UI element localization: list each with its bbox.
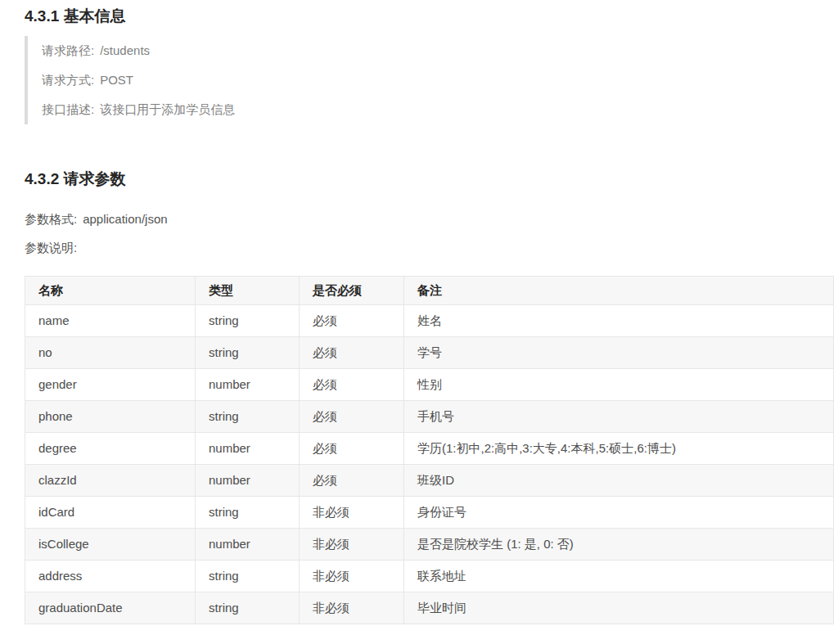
cell-name: phone <box>25 401 196 433</box>
cell-name: clazzId <box>25 465 196 497</box>
cell-name: gender <box>25 369 196 401</box>
param-desc-label: 参数说明: <box>25 240 834 256</box>
table-row: addressstring非必须联系地址 <box>25 561 834 592</box>
column-header-name: 名称 <box>25 277 196 305</box>
section-title-basic-info: 4.3.1 基本信息 <box>25 5 834 27</box>
cell-remark: 身份证号 <box>404 497 834 529</box>
basic-info-value: /students <box>100 43 150 57</box>
cell-name: address <box>25 561 196 592</box>
cell-name: isCollege <box>25 529 196 561</box>
cell-name: idCard <box>25 497 196 529</box>
cell-name: graduationDate <box>25 592 196 624</box>
cell-required: 必须 <box>300 465 404 497</box>
param-format-line: 参数格式:application/json <box>25 211 834 227</box>
cell-name: degree <box>25 433 196 465</box>
cell-remark: 毕业时间 <box>404 592 834 624</box>
param-format-value: application/json <box>83 212 167 226</box>
cell-type: string <box>196 337 300 369</box>
cell-remark: 学号 <box>404 337 834 369</box>
cell-type: string <box>196 592 300 624</box>
cell-remark: 学历(1:初中,2:高中,3:大专,4:本科,5:硕士,6:博士) <box>404 433 834 465</box>
cell-remark: 性别 <box>404 369 834 401</box>
table-row: degreenumber必须学历(1:初中,2:高中,3:大专,4:本科,5:硕… <box>25 433 834 465</box>
cell-remark: 是否是院校学生 (1: 是, 0: 否) <box>404 529 834 561</box>
cell-type: string <box>196 305 300 337</box>
api-doc-page: 4.3.1 基本信息 请求路径:/students请求方式:POST接口描述:该… <box>0 5 838 624</box>
cell-name: no <box>25 337 196 369</box>
cell-type: string <box>196 401 300 433</box>
column-header-type: 类型 <box>196 277 300 305</box>
cell-required: 必须 <box>300 337 404 369</box>
basic-info-label: 请求路径: <box>42 43 94 57</box>
cell-required: 必须 <box>300 401 404 433</box>
basic-info-label: 请求方式: <box>42 73 94 87</box>
cell-required: 必须 <box>300 305 404 337</box>
cell-required: 必须 <box>300 369 404 401</box>
cell-remark: 联系地址 <box>404 561 834 592</box>
table-row: namestring必须姓名 <box>25 305 834 337</box>
table-row: nostring必须学号 <box>25 337 834 369</box>
cell-required: 非必须 <box>300 561 404 592</box>
table-row: isCollegenumber非必须是否是院校学生 (1: 是, 0: 否) <box>25 529 834 561</box>
basic-info-line: 请求路径:/students <box>42 36 834 65</box>
request-params-table: 名称类型是否必须备注 namestring必须姓名nostring必须学号gen… <box>25 276 834 624</box>
cell-remark: 姓名 <box>404 305 834 337</box>
section-title-request-params: 4.3.2 请求参数 <box>25 168 834 190</box>
basic-info-value: 该接口用于添加学员信息 <box>100 102 235 116</box>
cell-required: 非必须 <box>300 592 404 624</box>
column-header-required: 是否必须 <box>300 277 404 305</box>
cell-type: number <box>196 369 300 401</box>
basic-info-blockquote: 请求路径:/students请求方式:POST接口描述:该接口用于添加学员信息 <box>25 36 834 124</box>
cell-required: 非必须 <box>300 497 404 529</box>
cell-remark: 手机号 <box>404 401 834 433</box>
basic-info-value: POST <box>100 73 133 87</box>
cell-type: string <box>196 561 300 592</box>
cell-type: number <box>196 529 300 561</box>
cell-type: number <box>196 433 300 465</box>
cell-remark: 班级ID <box>404 465 834 497</box>
cell-name: name <box>25 305 196 337</box>
column-header-remark: 备注 <box>404 277 834 305</box>
basic-info-line: 请求方式:POST <box>42 65 834 95</box>
table-row: gendernumber必须性别 <box>25 369 834 401</box>
cell-required: 必须 <box>300 433 404 465</box>
param-format-label: 参数格式: <box>25 212 77 226</box>
table-header-row: 名称类型是否必须备注 <box>25 277 834 305</box>
table-row: graduationDatestring非必须毕业时间 <box>25 592 834 624</box>
basic-info-line: 接口描述:该接口用于添加学员信息 <box>42 95 834 124</box>
table-row: idCardstring非必须身份证号 <box>25 497 834 529</box>
cell-type: number <box>196 465 300 497</box>
cell-required: 非必须 <box>300 529 404 561</box>
cell-type: string <box>196 497 300 529</box>
basic-info-label: 接口描述: <box>42 102 94 116</box>
table-row: clazzIdnumber必须班级ID <box>25 465 834 497</box>
table-row: phonestring必须手机号 <box>25 401 834 433</box>
